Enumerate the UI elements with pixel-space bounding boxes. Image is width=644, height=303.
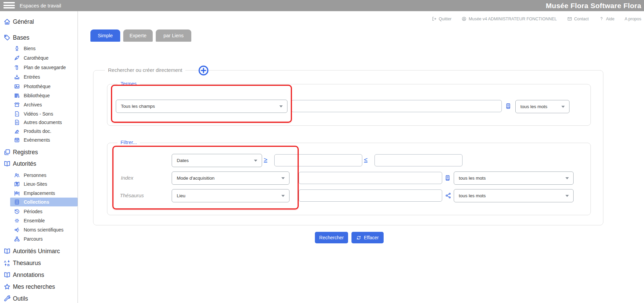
index-book-icon[interactable] [444,175,451,181]
index-row-label: Index [121,175,133,181]
quill-icon [14,55,20,61]
sidebar-item-carotheque[interactable]: Carothèque [0,54,78,62]
tab-simple[interactable]: Simple [90,29,120,42]
workspace-label: Espaces de travail [20,0,61,11]
termes-fieldset: Termes Tous les champs tous les mots [107,84,591,126]
sidebar-item-periodes[interactable]: Périodes [0,207,78,216]
thesaurus-match-select[interactable]: tous les mots [454,189,574,202]
date-from-input[interactable] [274,154,362,166]
drawers-icon [14,199,20,205]
sidebar-item-bibliotheque[interactable]: Bibliothèque [0,91,78,100]
chevron-down-icon [561,106,565,108]
sidebar-item-outils[interactable]: Outils [0,294,78,303]
thesaurus-select[interactable]: Lieu [172,189,289,202]
sidebar-item-lieux-sites[interactable]: Lieux-Sites [0,180,78,188]
sidebar-item-personnes[interactable]: Personnes [0,171,78,180]
quitter-link[interactable]: Quitter [432,16,452,21]
copies-icon [3,148,11,156]
open-book-icon [3,271,11,279]
sidebar-item-noms-scientifiques[interactable]: Noms scientifiques [0,225,78,234]
cluster-icon [14,218,20,224]
sidebar: Général Bases Biens Carothèque Plan de s… [0,11,78,303]
index-value-input[interactable] [299,172,442,184]
chevron-down-icon [565,177,569,179]
index-match-select[interactable]: tous les mots [454,171,574,185]
sidebar-item-plan-de-sauvegarde[interactable]: Plan de sauvegarde [0,63,78,72]
sidebar-item-ensemble[interactable]: Ensemble [0,216,78,225]
sidebar-item-mes-recherches[interactable]: Mes recherches [0,282,78,291]
chevron-down-icon [281,177,285,179]
sidebar-item-emplacements[interactable]: Emplacements [0,189,78,198]
sidebar-item-biens[interactable]: Biens [0,44,78,53]
user-circle-icon [461,16,467,21]
sidebar-item-parcours[interactable]: Parcours [0,235,78,243]
filtrer-fieldset: Filtrer... Dates ≥ ≤ Index Mode d'acquis… [107,143,591,215]
sidebar-item-annotations[interactable]: Annotations [0,270,78,280]
sidebar-item-entrees[interactable]: Entrées [0,73,78,81]
termes-search-input[interactable] [291,100,502,112]
contact-link[interactable]: Contact [567,16,589,21]
sidebar-item-autorites[interactable]: Autorités [0,159,78,168]
less-equal-toggle[interactable]: ≤ [364,157,367,163]
chevron-down-icon [279,105,283,107]
header-links: Quitter Musée v4 ADMINISTRATEUR FONCTION… [432,16,641,21]
open-book-icon [3,247,11,255]
account-link[interactable]: Musée v4 ADMINISTRATEUR FONCTIONNEL [461,16,557,21]
sidebar-item-general[interactable]: Général [0,17,78,26]
extinguisher-icon [14,64,20,70]
sidebar-item-thesaurus[interactable]: Thesaurus [0,258,78,268]
sidebar-item-evenements[interactable]: Evènements [0,136,78,144]
wrench-icon [3,295,11,302]
tab-experte[interactable]: Experte [123,29,153,42]
question-icon [599,16,604,21]
search-panel-legend: Rechercher ou créer directement [105,67,185,73]
open-box-icon [14,102,20,108]
sort-alpha-icon [3,259,11,267]
tab-par-liens[interactable]: par Liens [156,29,191,42]
calendar-icon [14,137,20,143]
effacer-button[interactable]: Effacer [351,232,384,243]
date-to-input[interactable] [374,154,463,166]
image-icon [14,83,20,89]
search-panel: Rechercher ou créer directement Termes T… [93,70,603,225]
sidebar-item-collections[interactable]: Collections [0,198,78,206]
sidebar-item-videos-sons[interactable]: Vidéos - Sons [0,109,78,118]
termes-field-select[interactable]: Tous les champs [116,100,287,113]
sitemap-icon [14,236,20,242]
artifact-icon [14,45,20,52]
dates-select[interactable]: Dates [172,154,262,167]
home-icon [3,18,11,25]
rechercher-button[interactable]: Rechercher [315,232,348,243]
termes-match-select[interactable]: tous les mots [515,100,570,113]
history-icon [14,208,20,215]
app-title: Musée Flora Software Flora [546,0,641,11]
sidebar-item-autorites-unimarc[interactable]: Autorités Unimarc [0,246,78,256]
paper-stack-icon [14,128,20,134]
chevron-down-icon [565,195,569,197]
chevron-down-icon [254,160,257,162]
plus-circle-icon[interactable] [198,65,209,76]
molecule-icon [14,227,20,233]
thesaurus-value-input[interactable] [299,189,442,202]
shelf-icon [14,190,20,196]
index-book-icon[interactable] [505,103,512,109]
tag-icon [3,34,11,41]
books-icon [14,93,20,99]
aide-link[interactable]: Aide [599,16,615,21]
sidebar-item-produits-doc[interactable]: Produits doc. [0,127,78,136]
document-icon [14,119,20,125]
sidebar-item-registres[interactable]: Registres [0,147,78,157]
sidebar-item-bases[interactable]: Bases [0,33,78,42]
sidebar-item-autres-documents[interactable]: Autres documents [0,118,78,127]
index-select[interactable]: Mode d'acquisition [172,171,289,185]
termes-legend: Termes [117,81,140,86]
hamburger-menu-icon[interactable] [3,2,15,9]
users-icon [14,172,20,178]
a-propos-link[interactable]: A propos [625,17,641,21]
application-window: Espaces de travail Musée Flora Software … [0,0,644,303]
logout-icon [432,16,437,21]
share-icon[interactable] [445,192,452,199]
sidebar-item-phototheque[interactable]: Photothèque [0,82,78,91]
greater-equal-toggle[interactable]: ≥ [264,157,267,163]
sidebar-item-archives[interactable]: Archives [0,100,78,109]
